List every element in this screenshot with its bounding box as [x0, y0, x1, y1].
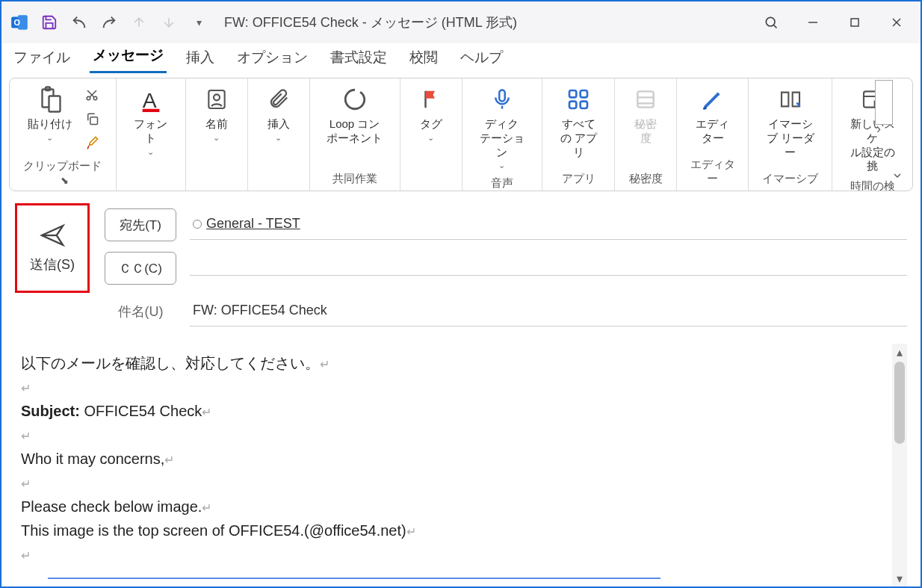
svg-rect-29 [638, 91, 654, 107]
svg-line-6 [774, 25, 777, 28]
body-line: This image is the top screen of OFFICE54… [21, 522, 406, 539]
group-label-editor: エディター [684, 155, 740, 191]
tab-message[interactable]: メッセージ [90, 41, 167, 73]
save-button[interactable] [36, 9, 63, 36]
scroll-thumb[interactable] [894, 362, 905, 444]
send-icon [37, 223, 67, 248]
format-painter-icon[interactable] [81, 132, 102, 153]
svg-rect-26 [581, 90, 587, 97]
tab-review[interactable]: 校閲 [406, 43, 441, 73]
paste-button[interactable]: 貼り付け ⌄ [23, 81, 77, 146]
svg-rect-27 [569, 102, 576, 108]
body-line: Who it may concerns, [21, 451, 164, 467]
close-button[interactable] [877, 7, 916, 37]
body-separator [48, 578, 660, 579]
subject-label: 件名(U) [105, 303, 176, 321]
redo-button[interactable] [96, 9, 123, 36]
svg-rect-12 [49, 96, 60, 112]
maximize-button[interactable] [835, 7, 874, 37]
dialog-launcher-icon[interactable]: ⬊ [61, 175, 69, 186]
ribbon-overflow-icon[interactable]: › [872, 121, 885, 137]
body-scrollbar[interactable]: ▴ ▾ [892, 344, 907, 587]
svg-rect-20 [142, 109, 159, 112]
svg-point-5 [766, 17, 775, 26]
loop-icon [342, 84, 368, 114]
svg-point-22 [214, 94, 220, 100]
presence-icon [193, 220, 202, 229]
titlebar: O ▾ FW: OFFICE54 Check - メッセージ (HTML 形式) [1, 1, 921, 43]
group-label-voice: 音声 [470, 173, 535, 191]
tab-format[interactable]: 書式設定 [327, 43, 390, 73]
svg-rect-23 [499, 90, 505, 102]
send-button[interactable]: 送信(S) [15, 203, 90, 293]
tab-help[interactable]: ヘルプ [457, 43, 506, 73]
svg-rect-25 [569, 90, 576, 97]
dictation-button[interactable]: ディク テーション ⌄ [470, 81, 535, 173]
tag-button[interactable]: タグ ⌄ [408, 81, 454, 146]
window-title: FW: OFFICE54 Check - メッセージ (HTML 形式) [224, 13, 517, 31]
outlook-compose-window: O ▾ FW: OFFICE54 Check - メッセージ (HTML 形式) [0, 0, 922, 588]
names-button[interactable]: 名前 ⌄ [194, 81, 240, 146]
recipient-chip[interactable]: General - TEST [206, 216, 300, 232]
menu-tabs: ファイル メッセージ 挿入 オプション 書式設定 校閲 ヘルプ [1, 43, 921, 73]
cut-icon[interactable] [81, 84, 102, 105]
sensitivity-button: 秘密 度 [622, 81, 669, 149]
svg-rect-18 [90, 117, 98, 125]
flag-icon [420, 84, 442, 114]
svg-point-14 [87, 96, 90, 100]
font-icon: A [138, 84, 164, 114]
subject-field[interactable]: FW: OFFICE54 Check [190, 297, 907, 327]
group-label-clipboard: クリップボード [23, 159, 102, 172]
qat-customize[interactable]: ▾ [185, 9, 212, 36]
cc-button[interactable]: ＣＣ(C) [105, 252, 176, 285]
search-button[interactable] [752, 7, 790, 37]
apps-icon [566, 84, 590, 114]
send-next-button [155, 9, 182, 36]
undo-button[interactable] [66, 9, 93, 36]
tab-file[interactable]: ファイル [10, 43, 73, 73]
svg-text:A: A [142, 88, 156, 112]
ribbon: 貼り付け ⌄ クリップボード⬊ A フォント [1, 73, 921, 191]
editor-icon [700, 84, 725, 114]
to-field[interactable]: General - TEST [190, 210, 907, 240]
svg-text:O: O [13, 18, 19, 27]
all-apps-button[interactable]: すべて の アプリ [550, 81, 607, 162]
body-subject: OFFICE54 Check [84, 403, 202, 419]
insert-button[interactable]: 挿入 ⌄ [256, 81, 302, 146]
font-button[interactable]: A フォント ⌄ [124, 81, 178, 160]
group-label-sensitivity: 秘密度 [622, 169, 669, 191]
address-book-icon [205, 84, 229, 114]
svg-rect-8 [851, 19, 858, 26]
svg-rect-28 [581, 102, 587, 108]
ribbon-collapse-button[interactable] [887, 165, 908, 186]
compose-area: 送信(S) 宛先(T) General - TEST ＣＣ(C) 件名(U) F… [1, 191, 921, 587]
immersive-reader-button[interactable]: イマーシ ブ リーダー [756, 81, 824, 162]
sensitivity-icon [634, 84, 658, 114]
paste-icon [37, 84, 64, 114]
minimize-button[interactable] [793, 7, 832, 37]
editor-button[interactable]: エディ ター [690, 81, 736, 149]
send-label: 送信(S) [30, 256, 75, 273]
message-body[interactable]: 以下のメールを確認し、対応してください。↵ ↵ Subject: OFFICE5… [15, 344, 907, 587]
mic-icon [491, 84, 513, 114]
outlook-icon: O [6, 9, 33, 36]
copy-icon[interactable] [81, 108, 102, 129]
attach-icon [267, 84, 290, 114]
tab-options[interactable]: オプション [234, 43, 311, 73]
scroll-up-icon[interactable]: ▴ [892, 344, 907, 360]
svg-point-15 [93, 96, 97, 100]
group-label-collab: 共同作業 [318, 169, 392, 191]
scroll-down-icon[interactable]: ▾ [892, 570, 907, 587]
body-line: Please check below image. [21, 498, 202, 515]
group-label-apps: アプリ [550, 169, 607, 191]
reader-icon [777, 84, 804, 114]
group-label-immersive: イマーシブ [756, 169, 824, 191]
svg-rect-21 [208, 90, 224, 108]
to-button[interactable]: 宛先(T) [105, 208, 176, 241]
tab-insert[interactable]: 挿入 [183, 43, 217, 73]
cc-field[interactable] [190, 261, 907, 276]
ribbon-scrollbar[interactable] [875, 80, 893, 125]
loop-button[interactable]: Loop コン ポーネント [318, 81, 392, 149]
send-prev-button [126, 9, 152, 36]
body-line: 以下のメールを確認し、対応してください。 [21, 355, 320, 371]
